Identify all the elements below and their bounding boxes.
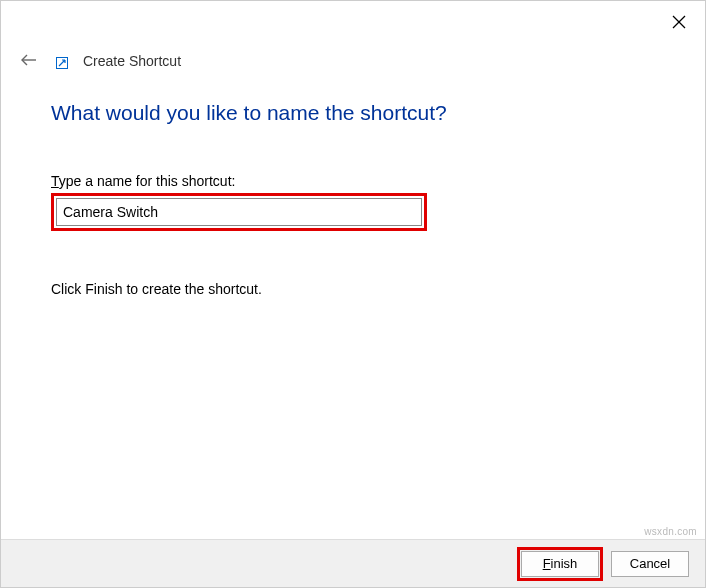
watermark: wsxdn.com — [644, 526, 697, 537]
dialog-header: Create Shortcut — [19, 51, 181, 71]
input-label: Type a name for this shortcut: — [51, 173, 655, 189]
dialog-title: Create Shortcut — [83, 53, 181, 69]
create-shortcut-dialog: Create Shortcut What would you like to n… — [0, 0, 706, 588]
dialog-footer: Finish Cancel — [1, 539, 705, 587]
help-text: Click Finish to create the shortcut. — [51, 281, 655, 297]
back-arrow-icon — [20, 53, 38, 70]
input-label-accesskey: T — [51, 173, 59, 189]
dialog-content: What would you like to name the shortcut… — [51, 101, 655, 297]
shortcut-icon — [55, 56, 69, 70]
shortcut-name-input[interactable] — [56, 198, 422, 226]
close-icon — [672, 15, 686, 32]
close-button[interactable] — [667, 11, 691, 35]
page-heading: What would you like to name the shortcut… — [51, 101, 655, 125]
finish-highlight-box: Finish — [517, 547, 603, 581]
finish-button[interactable]: Finish — [521, 551, 599, 577]
finish-label-rest: inish — [551, 556, 578, 571]
cancel-button[interactable]: Cancel — [611, 551, 689, 577]
back-button[interactable] — [19, 51, 39, 71]
input-highlight-box — [51, 193, 427, 231]
input-label-text: ype a name for this shortcut: — [59, 173, 236, 189]
finish-accesskey: F — [543, 556, 551, 571]
